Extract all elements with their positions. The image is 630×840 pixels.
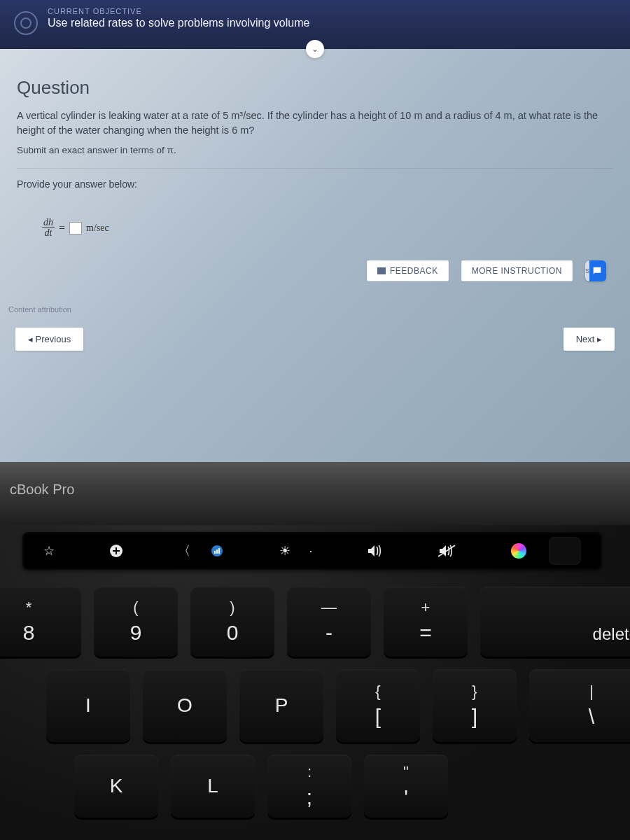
- divider: [17, 168, 613, 169]
- chat-button[interactable]: S: [585, 260, 606, 281]
- svg-rect-3: [216, 550, 218, 554]
- key-9[interactable]: ( 9: [94, 587, 178, 657]
- key-semicolon[interactable]: : ;: [267, 755, 351, 818]
- key-l[interactable]: L: [171, 755, 255, 818]
- key-backslash[interactable]: | \: [529, 669, 630, 742]
- objective-text: Use related rates to solve problems invo…: [48, 17, 309, 29]
- provide-label: Provide your answer below:: [17, 178, 613, 190]
- svg-rect-4: [218, 548, 220, 554]
- brightness-dot-icon[interactable]: •: [310, 548, 312, 554]
- action-bar: FEEDBACK MORE INSTRUCTION S: [17, 258, 613, 287]
- brightness-icon[interactable]: ☀: [279, 543, 290, 559]
- fraction-dhdt: dh dt: [42, 218, 55, 238]
- key-minus[interactable]: — -: [287, 587, 371, 657]
- screen: CURRENT OBJECTIVE Use related rates to s…: [0, 0, 630, 462]
- key-quote[interactable]: " ': [364, 755, 448, 818]
- question-hint: Submit an exact answer in terms of π.: [17, 145, 613, 155]
- unit-label: m/sec: [86, 223, 109, 234]
- key-bracket-left[interactable]: { [: [336, 669, 420, 742]
- nav-row: ◂ Previous Next ▸: [0, 318, 630, 360]
- equals-sign: =: [59, 222, 65, 234]
- objective-progress-icon: [14, 11, 38, 35]
- svg-rect-2: [214, 551, 216, 554]
- keyboard: * 8 ( 9 ) 0 — - + = delete I O P: [0, 587, 630, 830]
- answer-equation: dh dt = m/sec: [42, 218, 613, 238]
- feedback-button[interactable]: FEEDBACK: [367, 260, 449, 281]
- question-title: Question: [17, 77, 613, 99]
- key-p[interactable]: P: [239, 669, 323, 742]
- key-i[interactable]: I: [46, 669, 130, 742]
- key-k[interactable]: K: [74, 755, 158, 818]
- chat-icon: [592, 265, 603, 276]
- question-card: Question A vertical cylinder is leaking …: [10, 70, 620, 294]
- signal-icon[interactable]: [210, 545, 224, 556]
- objective-label: CURRENT OBJECTIVE: [48, 7, 309, 15]
- objective-header: CURRENT OBJECTIVE Use related rates to s…: [0, 0, 630, 49]
- back-icon[interactable]: 〈: [178, 542, 190, 559]
- submit-hint-letter: S: [585, 260, 589, 281]
- plus-icon[interactable]: [109, 544, 123, 558]
- laptop-model-label: cBook Pro: [10, 482, 74, 498]
- next-button[interactable]: Next ▸: [564, 328, 615, 351]
- volume-icon[interactable]: [367, 545, 384, 557]
- key-bracket-right[interactable]: } ]: [433, 669, 517, 742]
- content-attribution[interactable]: Content attribution: [0, 301, 630, 318]
- key-delete[interactable]: delete: [480, 587, 630, 657]
- feedback-icon: [377, 267, 386, 274]
- mute-icon[interactable]: [438, 545, 456, 557]
- more-instruction-button[interactable]: MORE INSTRUCTION: [461, 260, 573, 281]
- answer-input[interactable]: [69, 222, 82, 234]
- touch-id-button[interactable]: [549, 537, 581, 565]
- key-0[interactable]: ) 0: [190, 587, 274, 657]
- key-o[interactable]: O: [143, 669, 227, 742]
- chevron-down-icon[interactable]: ⌄: [306, 40, 324, 58]
- siri-icon[interactable]: [511, 543, 526, 559]
- touch-bar[interactable]: ☆ 〈 ☀ •: [22, 532, 602, 570]
- question-body: A vertical cylinder is leaking water at …: [17, 108, 613, 138]
- star-icon[interactable]: ☆: [43, 543, 55, 559]
- key-equals[interactable]: + =: [384, 587, 468, 657]
- previous-button[interactable]: ◂ Previous: [15, 328, 83, 351]
- laptop-hinge: [0, 462, 630, 525]
- key-8[interactable]: * 8: [0, 587, 81, 657]
